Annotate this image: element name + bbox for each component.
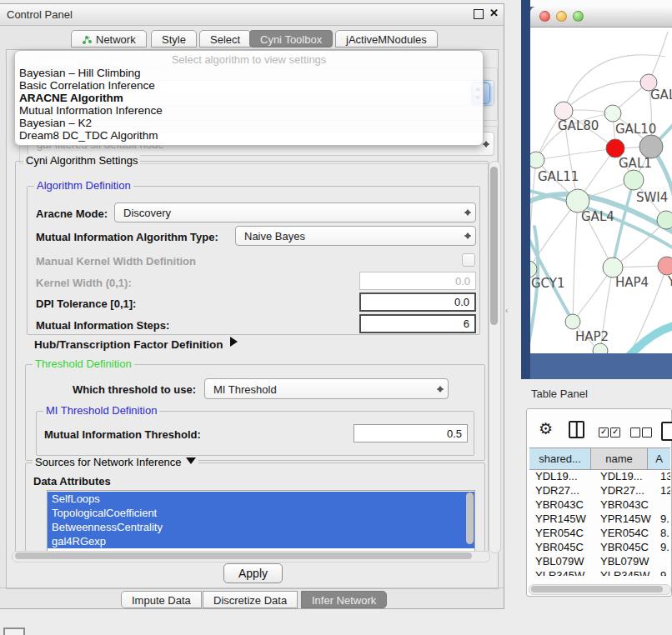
mi-type-label: Mutual Information Algorithm Type: [36,231,218,243]
checked-boxes-icon[interactable]: ✓ [599,428,609,438]
data-attributes-label: Data Attributes [33,475,111,488]
close-traffic-light-icon[interactable] [539,11,550,22]
data-attributes-list[interactable]: SelfLoops TopologicalCoefficient Between… [47,490,475,552]
table-row[interactable]: YLR345WYLR345W9. [529,568,670,576]
threshold-definition-groupbox: Threshold Definition Which threshold to … [25,364,485,461]
settings-horizontal-scrollbar[interactable] [12,551,490,562]
combobox-stepper-icon[interactable] [435,382,444,396]
network-node[interactable] [604,105,621,122]
network-node[interactable] [606,139,624,158]
network-node[interactable] [657,211,672,229]
node-label: Y [667,274,672,289]
mi-threshold-definition-title: MI Threshold Definition [43,404,159,417]
dpi-tolerance-label: DPI Tolerance [0,1]: [36,298,136,310]
algorithm-popup: Select algorithm to view settings Bayesi… [14,50,484,146]
scrollbar-thumb[interactable] [531,586,663,592]
tab-network[interactable]: Network [71,30,147,48]
node-label: HAP4 [615,275,649,290]
network-node[interactable] [639,135,663,158]
popup-item[interactable]: Mutual Information Inference [19,104,163,117]
column-header[interactable]: shared... [529,448,591,469]
popup-item[interactable]: Dream8 DC_TDC Algorithm [19,129,158,142]
tab-cyni-toolbox[interactable]: Cyni Toolbox [249,30,333,48]
network-node[interactable] [593,343,608,353]
network-canvas[interactable]: GAL GAL80 GAL10 GAL1 GAL11 SWI4 GAL4 GCY… [530,27,672,353]
expand-arrow-icon[interactable] [230,337,243,347]
tab-impute-data[interactable]: Impute Data [121,591,202,608]
tab-style[interactable]: Style [151,30,197,48]
table-row[interactable]: YBR045CYBR045C9. [529,540,670,554]
table-row[interactable]: YPR145WYPR145W9. [529,512,670,526]
document-icon[interactable] [661,422,672,441]
network-node[interactable] [624,170,644,190]
column-header[interactable]: A [648,448,670,469]
network-node[interactable] [565,314,580,329]
manual-kernel-label: Manual Kernel Width Definition [36,255,196,268]
network-node[interactable] [554,102,573,120]
popup-item-selected[interactable]: ARACNE Algorithm [19,92,123,104]
splitter-handle[interactable]: ‹ [505,305,510,317]
list-item[interactable]: gal4RGexp [48,534,474,548]
kernel-width-label: Kernel Width (0,1): [36,277,132,289]
tab-discretize-data[interactable]: Discretize Data [203,591,298,608]
scrollbar-thumb[interactable] [490,167,498,325]
popup-item[interactable]: Bayesian – K2 [19,117,92,129]
node-label: GAL11 [538,169,579,184]
settings-group-title: Cyni Algorithm Settings [23,154,140,167]
popup-item[interactable]: Basic Correlation Inference [19,79,155,92]
float-window-icon[interactable] [474,9,484,19]
table-row[interactable]: YDL19...YDL19...13 [529,469,670,483]
node-label: GAL [650,88,672,102]
mi-threshold-field[interactable]: 0.5 [354,424,468,442]
network-window-titlebar [530,7,672,28]
which-threshold-combobox[interactable]: MI Threshold [204,378,449,399]
minimize-traffic-light-icon[interactable] [556,11,567,22]
table-row[interactable]: YER054CYER054C8. [529,526,670,540]
table-row[interactable]: YBR043CYBR043C [529,498,670,512]
tab-infer-network[interactable]: Infer Network [301,591,387,608]
network-icon [82,32,93,42]
network-node[interactable] [658,257,672,275]
column-view-icon[interactable] [569,421,584,438]
column-header[interactable]: name [591,448,648,469]
zoom-traffic-light-icon[interactable] [573,11,584,22]
combobox-stepper-icon[interactable] [463,206,472,219]
table-panel-header: Table Panel [521,379,672,406]
node-label: GAL4 [581,209,614,224]
combobox-stepper-icon[interactable] [463,229,472,242]
tab-jactivemnodules[interactable]: jActiveMNodules [335,30,438,48]
threshold-definition-title: Threshold Definition [33,358,134,370]
table-header-row: shared... name A [529,448,670,470]
popup-item[interactable]: Bayesian – Hill Climbing [19,67,141,79]
list-item[interactable]: BetweennessCentrality [48,520,474,534]
gear-icon[interactable]: ⚙ [539,419,553,438]
status-bar-icon[interactable] [3,628,25,635]
manual-kernel-checkbox[interactable] [462,253,475,267]
aracne-mode-combobox[interactable]: Discovery [114,202,476,222]
table-row[interactable]: YDR27...YDR27...12 [529,483,670,498]
dpi-tolerance-field[interactable]: 0.0 [359,292,476,312]
list-scrollbar[interactable] [466,492,474,544]
collapse-arrow-icon[interactable] [186,458,196,469]
tab-select[interactable]: Select [199,30,251,48]
network-window: GAL GAL80 GAL10 GAL1 GAL11 SWI4 GAL4 GCY… [530,7,672,353]
close-icon[interactable]: ✕ [489,7,499,19]
mi-algorithm-type-combobox[interactable]: Naive Bayes [235,226,476,246]
unchecked-boxes-icon[interactable] [630,428,640,438]
mi-steps-field[interactable]: 6 [359,314,476,333]
hub-tf-definition-label[interactable]: Hub/Transcription Factor Definition [34,338,223,351]
sources-title[interactable]: Sources for Network Inference [33,456,198,469]
table-horizontal-scrollbar[interactable] [529,584,671,595]
table-row[interactable]: YBL079WYBL079W [529,554,670,568]
network-node[interactable] [530,152,544,168]
list-item[interactable]: SelfLoops [48,492,474,506]
scrollbar-thumb[interactable] [15,552,472,559]
bottom-tabbar: Impute Data Discretize Data Infer Networ… [0,588,504,611]
list-item[interactable]: TopologicalCoefficient [48,506,474,520]
network-labels: GAL GAL80 GAL10 GAL1 GAL11 SWI4 GAL4 GCY… [531,88,672,344]
apply-button[interactable]: Apply [223,563,283,583]
kernel-width-field[interactable]: 0.0 [359,272,476,290]
mi-steps-label: Mutual Information Steps: [36,319,169,332]
network-node[interactable] [530,261,537,278]
settings-vertical-scrollbar[interactable] [489,161,501,553]
